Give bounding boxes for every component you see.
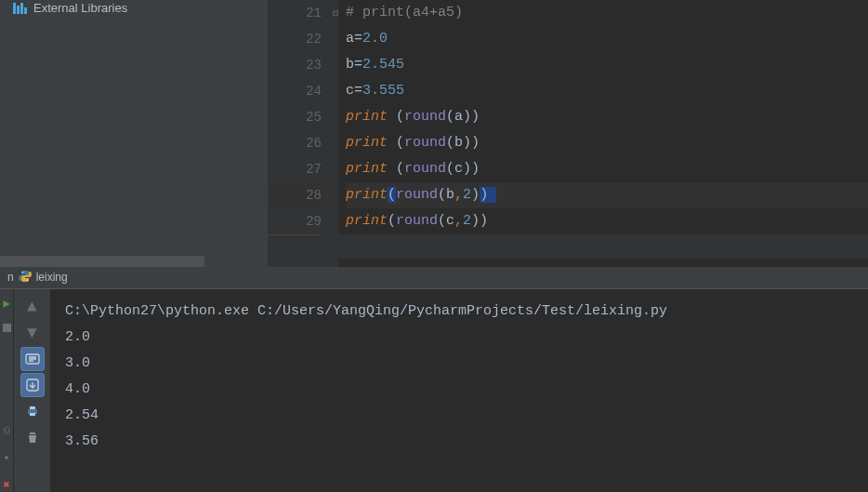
code-line[interactable]: print (round(c)) — [346, 156, 868, 182]
svg-rect-6 — [30, 413, 35, 416]
run-tool-strip-outer: ▶ ⎙ ✦ ✖ — [0, 289, 13, 492]
external-libraries-node[interactable]: External Libraries — [0, 0, 268, 19]
svg-rect-5 — [30, 406, 35, 409]
svg-point-0 — [21, 272, 22, 273]
console-output[interactable]: C:\Python27\python.exe C:/Users/YangQing… — [50, 289, 868, 492]
code-line[interactable]: print(round(b,2)) — [346, 182, 868, 208]
code-line[interactable]: a=2.0 — [346, 26, 868, 52]
code-line[interactable]: print (round(b)) — [346, 130, 868, 156]
console-line: 3.56 — [65, 433, 99, 449]
console-cmd: C:\Python27\python.exe C:/Users/YangQing… — [65, 303, 667, 319]
svg-point-1 — [26, 279, 27, 280]
library-icon — [13, 3, 28, 14]
console-line: 2.54 — [65, 407, 99, 423]
rerun-icon[interactable]: ▶ — [3, 297, 9, 311]
soft-wrap-button[interactable] — [20, 347, 45, 371]
up-button[interactable]: ▲ — [20, 295, 45, 319]
code-line[interactable]: print (round(a)) — [346, 104, 868, 130]
clear-button[interactable] — [20, 425, 45, 449]
print-button[interactable] — [20, 399, 45, 423]
gutter: 21 22 23 24 25 26 27 28 29 — [268, 0, 338, 267]
code-line[interactable]: b=2.545 — [346, 52, 868, 78]
code-line[interactable]: ⊟# print(a4+a5) — [346, 0, 868, 26]
scroll-end-button[interactable] — [20, 373, 45, 397]
stop-icon[interactable] — [3, 324, 11, 332]
external-libraries-label: External Libraries — [33, 1, 127, 15]
run-tab-prefix: n — [7, 271, 14, 284]
console-line: 4.0 — [65, 381, 90, 397]
sidebar-hscrollbar[interactable] — [0, 256, 204, 267]
run-tab[interactable]: n leixing — [2, 270, 73, 286]
console-line: 3.0 — [65, 355, 90, 371]
down-button[interactable]: ▼ — [20, 321, 45, 345]
run-tab-label: leixing — [36, 271, 68, 284]
code-area[interactable]: ⊟# print(a4+a5) a=2.0 b=2.545 c=3.555 pr… — [338, 0, 868, 267]
console-line: 2.0 — [65, 329, 90, 345]
run-tool-strip: ▲ ▼ — [13, 289, 50, 492]
code-line[interactable]: print(round(c,2)) — [346, 208, 868, 234]
python-file-icon — [19, 270, 32, 286]
code-line[interactable]: c=3.555 — [346, 78, 868, 104]
run-tabbar[interactable]: n leixing — [0, 267, 868, 288]
tool-icon[interactable]: ⎙ — [4, 425, 10, 436]
project-sidebar[interactable]: External Libraries — [0, 0, 268, 267]
pin-icon[interactable]: ✦ — [4, 451, 10, 463]
svg-rect-7 — [30, 432, 35, 434]
fold-icon[interactable]: ⊟ — [333, 0, 339, 26]
close-icon[interactable]: ✖ — [3, 478, 9, 492]
code-editor[interactable]: 21 22 23 24 25 26 27 28 29 ⊟# print(a4+a… — [268, 0, 868, 267]
